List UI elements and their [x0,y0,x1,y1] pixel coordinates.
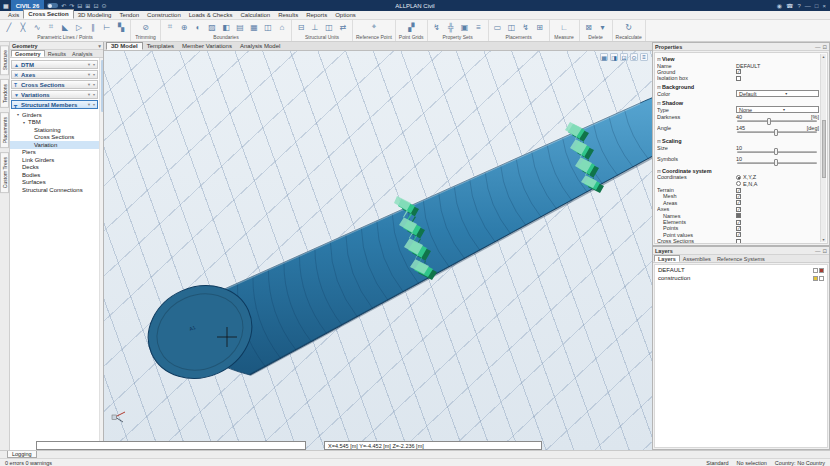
slider-track[interactable] [737,120,817,122]
trim-icon[interactable]: ⊘ [140,21,152,33]
dropdown-caret-icon[interactable]: ▾ [785,91,787,96]
property-checkbox[interactable] [736,239,741,244]
property-row[interactable]: Symbols 10 ▾ [657,155,819,166]
tree-item[interactable]: Piers [10,149,103,157]
measure-icon[interactable]: ∟ [558,21,570,33]
scrollbar-thumb[interactable] [101,60,104,112]
property-row[interactable]: Cross Sections ▾ [657,238,819,244]
girder-unit-icon[interactable]: ⊟ [295,21,307,33]
filter-icon[interactable]: ▼ [87,62,91,67]
minimize-icon[interactable]: — [815,44,821,50]
parametric-point-icon[interactable]: ⌗ [45,21,57,33]
sync-icon[interactable]: ⊙ [101,2,106,9]
collapse-icon[interactable]: ▾ [93,102,95,107]
window-grid-icon[interactable]: ⊞ [85,2,90,9]
dropdown-caret-icon[interactable]: ▾ [783,107,785,112]
tree-item[interactable]: ▾ TBM [10,119,103,127]
tree-item[interactable]: Structural Connections [10,186,103,194]
contact-icon[interactable]: ☎ [786,2,793,9]
placement-block-icon[interactable]: ◫ [506,21,518,33]
deck-unit-icon[interactable]: ◫ [323,21,335,33]
property-radio[interactable] [736,175,741,180]
recalculate-icon[interactable]: ↻ [623,21,635,33]
visibility-swatch[interactable] [813,276,818,281]
tree-item[interactable]: Bodies [10,171,103,179]
scroll-up-icon[interactable]: ▴ [822,54,824,59]
property-row[interactable]: Type None ▾ [657,106,819,114]
polyline-icon[interactable]: ╳ [17,21,29,33]
window-view-icon[interactable]: ⊡ [93,2,98,9]
logging-tab[interactable]: Logging [7,451,37,458]
rail-tab[interactable]: Tendons [0,79,9,108]
property-checkbox[interactable] [736,188,741,193]
ribbon-tab[interactable]: Construction [143,11,185,19]
layer-row[interactable]: construction [655,274,827,282]
viewport-tab[interactable]: Analysis Model [236,42,284,50]
redo-icon[interactable]: ↷ [69,2,74,9]
property-row[interactable]: Angle 145 ▾ [deg] [657,124,819,135]
account-icon[interactable]: ◉ [777,2,782,9]
property-checkbox[interactable] [736,76,741,81]
tree-item[interactable]: Stationing [10,126,103,134]
link-unit-icon[interactable]: ⇄ [337,21,349,33]
ribbon-tab[interactable]: Cross Section [23,9,73,19]
property-checkbox[interactable] [736,226,741,231]
projection-icon[interactable]: ▷ [73,21,85,33]
help-icon[interactable]: ? [798,3,801,9]
boundary-grid-icon[interactable]: ⌗ [164,21,176,33]
triangle-icon[interactable]: ◣ [59,21,71,33]
cells-icon[interactable]: ▦ [248,21,260,33]
placement-flash-icon[interactable]: ↯ [520,21,532,33]
point-grid-icon[interactable]: ▞ [405,21,417,33]
reference-point-icon[interactable]: ⌖ [368,21,380,33]
property-checkbox[interactable] [736,220,741,225]
camera-view-icon[interactable]: ⊙ [630,53,638,61]
viewport-tab[interactable]: Member Variations [178,42,236,50]
property-checkbox[interactable] [736,213,741,218]
ribbon-tab[interactable]: Tendon [115,11,143,19]
parallel-icon[interactable]: ∥ [87,21,99,33]
perpendicular-icon[interactable]: ⊢ [101,21,113,33]
split-cell-icon[interactable]: ◫ [262,21,274,33]
set-box-icon[interactable]: ▣ [459,21,471,33]
theme-toggle[interactable] [47,3,58,8]
slider-track[interactable] [737,131,817,133]
layer-section-icon[interactable]: ▤ [234,21,246,33]
property-radio[interactable] [736,181,741,186]
property-checkbox[interactable] [736,207,741,212]
tree-item[interactable]: ▾ Girders [10,111,103,119]
delete-caret-icon[interactable]: ▾ [597,21,609,33]
collapse-icon[interactable]: ▾ [93,82,95,87]
collapse-icon[interactable]: ▾ [93,62,95,67]
restore-icon[interactable]: □ [815,3,819,9]
close-icon[interactable]: × [822,3,826,9]
assign-set-icon[interactable]: ↯ [431,21,443,33]
slider-track[interactable] [737,151,817,153]
line-icon[interactable]: ╱ [3,21,15,33]
sidebar-section-header[interactable]: ✕ Axes ▼▾ [11,70,98,79]
collapse-icon[interactable]: ▾ [93,72,95,77]
ribbon-tab[interactable]: Reports [302,11,331,19]
sidebar-tab[interactable]: Geometry [11,50,45,57]
sidebar-section-header[interactable]: ▼ Variations ▼▾ [11,90,98,99]
minimize-icon[interactable]: — [805,3,811,9]
sidebar-tab[interactable]: Results [45,50,69,57]
color-swatch[interactable] [819,276,824,281]
pier-unit-icon[interactable]: ⊥ [309,21,321,33]
add-boundary-icon[interactable]: ⊕ [178,21,190,33]
filter-icon[interactable]: ▼ [87,92,91,97]
property-row[interactable]: Isolation box ▾ [657,75,819,81]
property-row[interactable]: Size 10 ▾ [657,144,819,155]
delete-icon[interactable]: ⊠ [583,21,595,33]
rail-tab[interactable]: Structure [0,45,9,75]
rail-tab[interactable]: Custom Trees [0,152,9,193]
ribbon-tab[interactable]: Calculation [236,11,274,19]
property-checkbox[interactable] [736,69,741,74]
hatch-icon[interactable]: ▚ [115,21,127,33]
layers-tab[interactable]: Layers [654,255,680,262]
property-checkbox[interactable] [736,200,741,205]
tree-item[interactable]: Decks [10,164,103,172]
property-row[interactable]: Darkness 40 ▾ [%] [657,113,819,124]
set-list-icon[interactable]: ≡ [473,21,485,33]
sidebar-tab[interactable]: Analysis [69,50,95,57]
